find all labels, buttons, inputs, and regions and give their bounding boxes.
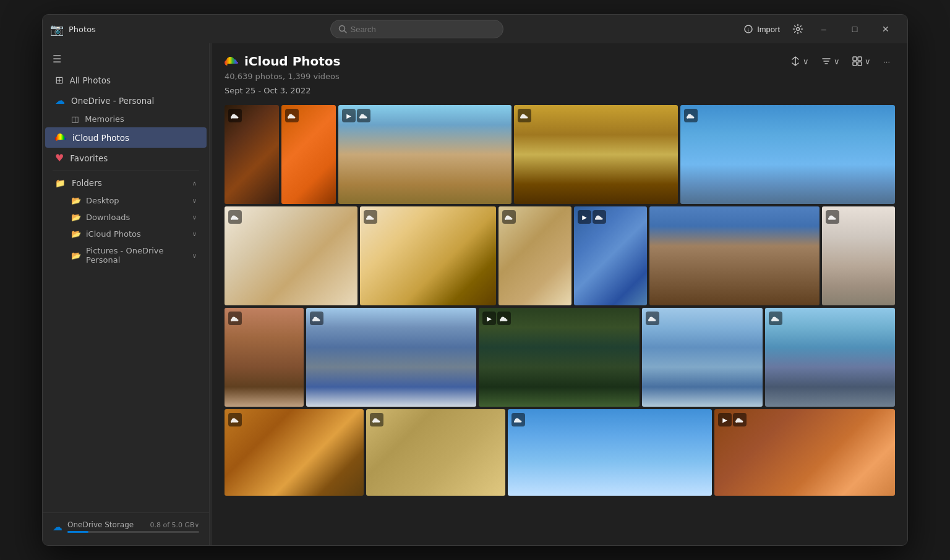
main-layout: ☰ ⊞ All Photos ☁ OneDrive - Personal ◫ M… <box>43 43 907 545</box>
photo-dog3[interactable] <box>366 409 505 496</box>
photo-badge-14b <box>497 312 511 325</box>
search-area <box>101 20 732 38</box>
maximize-button[interactable]: □ <box>841 15 869 43</box>
photo-pizza-coffee[interactable] <box>360 206 496 305</box>
filter-icon <box>821 56 831 66</box>
sidebar-item-memories[interactable]: ◫ Memories <box>45 111 207 127</box>
date-range: Sept 25 - Oct 3, 2022 <box>225 81 895 98</box>
photo-badge-12 <box>228 312 242 325</box>
content-subtitle: 40,639 photos, 1,399 videos <box>225 72 895 81</box>
photo-badge-1 <box>228 109 242 122</box>
content-title-area: iCloud Photos <box>225 54 341 69</box>
filter-button[interactable]: ∨ <box>816 53 845 69</box>
pictures-chevron: ∨ <box>192 252 197 259</box>
folders-left: 📁 Folders <box>55 178 102 188</box>
photo-badge-20a: ▶ <box>718 413 732 426</box>
photo-landscape2[interactable] <box>765 308 895 407</box>
sidebar-item-folders[interactable]: 📁 Folders ∧ <box>45 174 207 192</box>
search-box[interactable] <box>330 20 503 38</box>
photo-badge-9b <box>593 210 606 224</box>
photo-badge-5 <box>684 109 698 122</box>
photo-badge-7 <box>364 210 377 224</box>
storage-bar-fill <box>67 531 88 533</box>
content-header: iCloud Photos ∨ ∨ <box>212 43 907 105</box>
sidebar-item-favorites[interactable]: ♥ Favorites <box>45 148 207 168</box>
memories-label: Memories <box>85 114 124 124</box>
photo-food3[interactable]: ▶ <box>714 409 895 496</box>
photo-badge-11 <box>826 210 839 224</box>
storage-label: OneDrive Storage <box>67 520 150 529</box>
photo-canyon[interactable] <box>225 308 304 407</box>
photo-food2[interactable] <box>225 409 364 496</box>
photo-joshua-tree[interactable] <box>514 105 678 204</box>
sidebar-item-pictures-onedrive[interactable]: 📂 Pictures - OneDrive Personal ∨ <box>45 242 207 268</box>
search-input[interactable] <box>351 25 495 34</box>
view-button[interactable]: ∨ <box>847 53 876 69</box>
favorites-icon: ♥ <box>55 152 64 164</box>
content-title: iCloud Photos <box>244 54 341 69</box>
photo-ocean[interactable] <box>642 308 763 407</box>
sidebar-item-icloud-photos[interactable]: iCloud Photos <box>45 127 207 148</box>
app-window: 📷 Photos ↓ Import <box>42 14 908 546</box>
photo-food1[interactable] <box>225 105 279 204</box>
photo-bikes[interactable]: ▶ <box>574 206 647 305</box>
import-button[interactable]: ↓ Import <box>737 21 786 37</box>
content-header-top: iCloud Photos ∨ ∨ <box>225 53 895 69</box>
photo-dog2[interactable] <box>499 206 571 305</box>
app-title: Photos <box>69 25 96 34</box>
sidebar-item-desktop[interactable]: 📂 Desktop ∨ <box>45 192 207 209</box>
sidebar-item-downloads[interactable]: 📂 Downloads ∨ <box>45 209 207 226</box>
photo-grid-container[interactable]: ▶ <box>212 105 907 545</box>
icloud-header-icon <box>225 54 238 68</box>
downloads-chevron: ∨ <box>192 214 197 221</box>
photo-forest[interactable]: ▶ <box>479 308 640 407</box>
pictures-left: 📂 Pictures - OneDrive Personal <box>71 246 186 265</box>
desktop-left: 📂 Desktop <box>71 196 119 205</box>
sidebar-item-onedrive[interactable]: ☁ OneDrive - Personal <box>45 90 207 111</box>
photo-badge-6 <box>228 210 242 224</box>
photo-desert-rocks[interactable]: ▶ <box>338 105 511 204</box>
desktop-label: Desktop <box>86 196 119 205</box>
app-icon: 📷 <box>50 23 64 36</box>
svg-line-1 <box>344 31 346 33</box>
photo-orange-building[interactable] <box>281 105 336 204</box>
photo-city-mountains[interactable] <box>306 308 476 407</box>
svg-rect-6 <box>858 57 862 61</box>
photo-dog1[interactable] <box>225 206 357 305</box>
icloud-folder-label: iCloud Photos <box>86 229 141 239</box>
icloud-folder-left: 📂 iCloud Photos <box>71 229 141 239</box>
settings-button[interactable] <box>789 20 807 38</box>
view-icon <box>852 56 862 66</box>
desktop-folder-icon: 📂 <box>71 196 81 205</box>
more-button[interactable]: ··· <box>878 54 895 69</box>
storage-chevron[interactable]: ∨ <box>195 522 199 528</box>
storage-area: ☁ OneDrive Storage 0.8 of 5.0 GB ∨ <box>43 512 209 540</box>
hamburger-icon: ☰ <box>53 53 61 65</box>
content-toolbar: ∨ ∨ <box>785 53 895 69</box>
settings-icon <box>792 23 803 35</box>
photo-row-2: ▶ <box>225 206 895 305</box>
sidebar-item-icloud-folder[interactable]: 📂 iCloud Photos ∨ <box>45 226 207 242</box>
icloud-photos-label: iCloud Photos <box>72 133 129 143</box>
sort-chevron: ∨ <box>803 57 809 66</box>
photo-sky-clouds[interactable] <box>508 409 712 496</box>
memories-icon: ◫ <box>71 114 79 124</box>
photo-badge-2 <box>285 109 299 122</box>
hamburger-menu[interactable]: ☰ <box>43 48 209 70</box>
photo-eiffel[interactable] <box>649 206 819 305</box>
photo-badge-17 <box>228 413 242 426</box>
sidebar-item-all-photos[interactable]: ⊞ All Photos <box>45 70 207 90</box>
sort-button[interactable]: ∨ <box>785 53 814 69</box>
downloads-label: Downloads <box>86 213 130 222</box>
storage-bar <box>67 531 199 533</box>
icloud-folder-icon: 📂 <box>71 229 81 239</box>
photo-arch[interactable] <box>822 206 895 305</box>
svg-rect-5 <box>853 57 857 61</box>
onedrive-label: OneDrive - Personal <box>71 96 154 106</box>
close-button[interactable]: ✕ <box>871 15 900 43</box>
content-area: iCloud Photos ∨ ∨ <box>212 43 907 545</box>
photo-space-needle[interactable] <box>680 105 895 204</box>
minimize-button[interactable]: – <box>810 15 838 43</box>
photo-badge-9a: ▶ <box>578 210 591 224</box>
photo-badge-8 <box>502 210 516 224</box>
